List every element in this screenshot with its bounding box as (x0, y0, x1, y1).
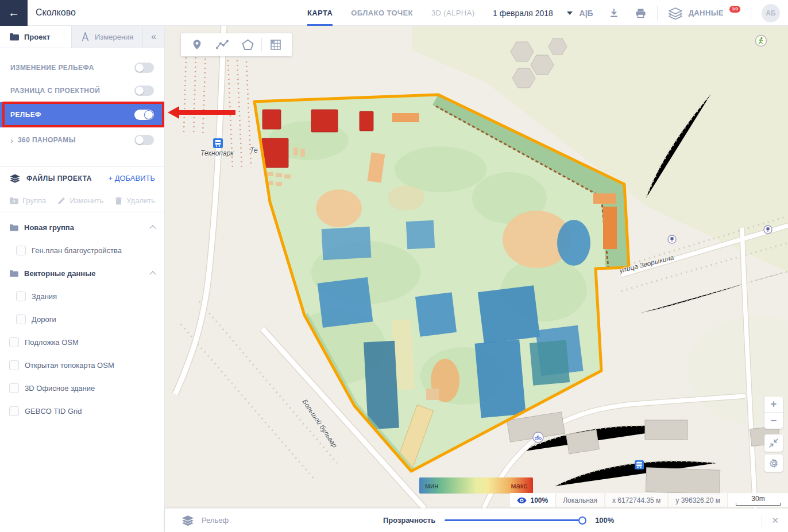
tab-map[interactable]: КАРТА (307, 0, 333, 26)
gear-icon (769, 459, 779, 468)
project-files-title: ФАЙЛЫ ПРОЕКТА (26, 174, 92, 182)
print-button[interactable] (635, 7, 647, 19)
active-layer-panel: Рельеф Прозрачность 100% ✕ (165, 508, 788, 532)
folder-icon (9, 270, 18, 277)
back-button[interactable]: ← (0, 0, 28, 26)
group-button-disabled[interactable]: Группа (9, 196, 46, 205)
coord-system[interactable]: Локальная (556, 493, 604, 507)
collapse-arrows-icon (769, 438, 778, 448)
tree-item-3d-office[interactable]: 3D Офисное здание (0, 376, 164, 399)
add-file-button[interactable]: + ДОБАВИТЬ (108, 174, 155, 182)
opacity-label: Прозрачность (383, 516, 435, 525)
expander-icon[interactable]: › (10, 135, 13, 145)
tab-measurements[interactable]: Измерения (71, 26, 142, 48)
checkbox[interactable] (16, 292, 26, 301)
layers-icon (9, 173, 21, 183)
project-files-header: ФАЙЛЫ ПРОЕКТА + ДОБАВИТЬ (0, 166, 164, 189)
folder-icon (9, 224, 18, 231)
toggle-row-relief[interactable]: РЕЛЬЕФ (0, 102, 164, 127)
tree-item-roads[interactable]: Дороги (0, 308, 164, 331)
divider (657, 6, 658, 21)
file-tree: Новая группа Ген.план благоустройства Ве… (0, 212, 164, 422)
eye-icon (517, 497, 527, 504)
fit-view-button[interactable] (764, 434, 783, 452)
tree-item-genplan[interactable]: Ген.план благоустройства (0, 239, 164, 262)
opacity-slider[interactable] (445, 517, 586, 525)
draw-polygon-button[interactable] (235, 33, 260, 56)
grid-tool-button[interactable] (263, 33, 288, 56)
toggle-row-360-panoramas[interactable]: › 360 ПАНОРАМЫ (0, 129, 164, 152)
active-layer-name: Рельеф (202, 516, 229, 525)
project-title: Сколково (36, 7, 76, 18)
sidebar-collapse-button[interactable]: « (142, 26, 164, 48)
map-canvas[interactable]: Технопарк Те Большой бульвар улица Зворы… (165, 26, 788, 508)
date-picker[interactable]: 1 февраля 2018 (493, 0, 573, 26)
pedestrian-icon (756, 36, 767, 46)
checkbox[interactable] (16, 314, 26, 324)
chevron-down-icon (567, 11, 573, 15)
slider-knob[interactable] (578, 517, 586, 525)
place-marker-button[interactable] (184, 33, 210, 56)
toggle-on[interactable] (134, 110, 154, 120)
opacity-value: 100% (595, 516, 614, 525)
toggle-row-relief-change[interactable]: ИЗМЕНЕНИЕ РЕЛЬЕФА (0, 56, 164, 79)
compare-ab-button[interactable]: А|Б (580, 9, 593, 18)
tab-project[interactable]: Проект (0, 26, 71, 48)
trash-icon (115, 197, 122, 205)
checkbox[interactable] (9, 360, 19, 370)
bus-stop-icon (764, 226, 772, 234)
marker-icon (191, 38, 203, 51)
top-bar: ← Сколково КАРТА ОБЛАКО ТОЧЕК 3D (ALPHA)… (0, 0, 788, 26)
zoom-out-button[interactable]: − (764, 413, 783, 429)
folder-plus-icon (9, 197, 18, 204)
measure-compass-icon (81, 32, 90, 41)
pencil-icon (57, 197, 65, 205)
tree-group-new-group[interactable]: Новая группа (0, 216, 164, 239)
tree-item-buildings[interactable]: Здания (0, 285, 164, 308)
layers-icon (181, 514, 195, 526)
draw-line-button[interactable] (210, 33, 235, 56)
zoom-in-button[interactable]: + (764, 397, 783, 413)
coord-y: y 396326.20 м (669, 493, 727, 507)
transit-icon-technopark (213, 138, 223, 148)
checkbox[interactable] (16, 246, 26, 255)
folder-icon (9, 33, 19, 41)
printer-icon (635, 7, 647, 19)
grid-icon (269, 38, 282, 51)
download-button[interactable] (608, 7, 620, 19)
tree-group-vector-data[interactable]: Векторные данные (0, 262, 164, 285)
back-arrow-icon: ← (8, 6, 20, 20)
checkbox[interactable] (9, 383, 19, 393)
zoom-controls: + − (764, 397, 783, 429)
tree-item-osm-topo[interactable]: Открытая топокарта OSM (0, 354, 164, 376)
delete-button-disabled[interactable]: Удалить (115, 196, 155, 205)
close-panel-button[interactable]: ✕ (771, 515, 779, 526)
tab-point-cloud[interactable]: ОБЛАКО ТОЧЕК (351, 0, 413, 26)
avatar[interactable]: АБ (762, 4, 780, 22)
polygon-icon (241, 38, 254, 51)
tree-item-gebco-grid[interactable]: GEBCO TID Grid (0, 399, 164, 422)
toggle-off[interactable] (134, 86, 154, 96)
toggle-row-diff-design[interactable]: РАЗНИЦА С ПРОЕКТНОЙ (0, 79, 164, 102)
tree-item-osm-basemap[interactable]: Подложка OSM (0, 331, 164, 354)
data-button[interactable]: ДАННЫЕ 1/0 (668, 7, 740, 20)
edit-button-disabled[interactable]: Изменить (57, 196, 103, 205)
checkbox[interactable] (9, 406, 19, 416)
chevron-up-icon[interactable] (149, 271, 156, 277)
map-settings-button[interactable] (764, 455, 783, 472)
scale-indicator: 30m (728, 493, 788, 507)
divider (261, 38, 262, 52)
toggle-off[interactable] (134, 63, 154, 73)
slider-track (445, 519, 586, 521)
visibility-indicator[interactable]: 100% (510, 493, 555, 507)
toggle-off[interactable] (134, 135, 154, 145)
tab-3d-alpha[interactable]: 3D (ALPHA) (431, 0, 475, 26)
transit-icon-southeast (635, 460, 644, 469)
bus-stop-icon (668, 235, 676, 243)
checkbox[interactable] (9, 337, 19, 347)
chevron-up-icon[interactable] (149, 225, 156, 231)
map-label-technopark-partial: Те (250, 146, 258, 154)
map-label-technopark: Технопарк (200, 149, 234, 157)
map-status-bar: 100% Локальная x 6172744.35 м y 396326.2… (510, 493, 788, 507)
coord-x: x 6172744.35 м (605, 493, 667, 507)
